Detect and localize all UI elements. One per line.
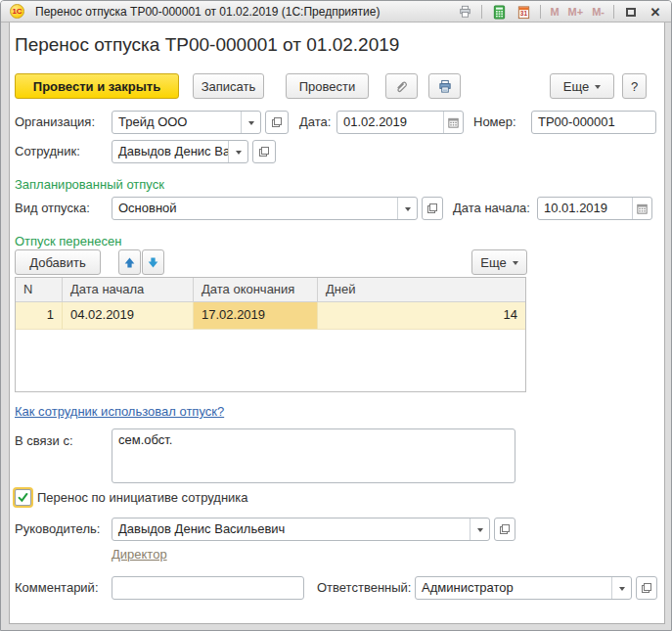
print-icon: [437, 79, 453, 94]
titlebar-separator: [613, 5, 614, 19]
add-row-button[interactable]: Добавить: [15, 249, 101, 275]
post-button[interactable]: Провести: [286, 73, 369, 99]
move-down-icon: [147, 256, 159, 269]
column-header-days[interactable]: Дней: [318, 278, 525, 301]
reason-textarea[interactable]: сем.обст.: [112, 428, 515, 483]
employee-field[interactable]: Давыдов Денис Васильевич: [112, 140, 248, 163]
initiative-checkbox-label[interactable]: Перенос по инициативе сотрудника: [37, 486, 248, 510]
planned-start-date-value: 10.01.2019: [538, 198, 632, 219]
comment-field[interactable]: [112, 576, 304, 600]
datepicker-icon[interactable]: [443, 112, 463, 133]
open-icon: [270, 115, 284, 129]
dropdown-icon[interactable]: [241, 112, 260, 133]
post-and-close-button[interactable]: Провести и закрыть: [15, 73, 179, 99]
memory-m-button[interactable]: M: [548, 6, 560, 18]
logo-text: 1С: [12, 8, 22, 16]
number-label: Номер:: [473, 111, 516, 134]
svg-text:31: 31: [520, 10, 528, 17]
more-button-top[interactable]: Еще: [550, 73, 614, 99]
cell-row-number[interactable]: 1: [16, 302, 63, 329]
memory-m-minus-button[interactable]: M-: [590, 6, 606, 18]
dropdown-icon[interactable]: [470, 518, 489, 540]
date-value: 01.02.2019: [337, 112, 443, 133]
column-header-n[interactable]: N: [16, 278, 63, 301]
date-label: Дата:: [299, 111, 331, 134]
help-button[interactable]: ?: [622, 73, 647, 99]
titlebar-icons: 31 M M+ M- ✕: [455, 1, 665, 23]
cell-end-date-selected[interactable]: 17.02.2019: [194, 302, 318, 329]
checkmark-icon: [17, 491, 29, 504]
planned-section-title: Запланированный отпуск: [15, 177, 164, 192]
manager-value: Давыдов Денис Васильевич: [112, 518, 470, 540]
responsible-value: Администратор: [416, 577, 611, 599]
open-icon: [640, 581, 653, 595]
transferred-table: N Дата начала Дата окончания Дней 1 04.0…: [15, 277, 526, 392]
calendar-31-icon[interactable]: 31: [514, 3, 533, 21]
more-button-label: Еще: [563, 79, 589, 94]
attach-button[interactable]: [385, 73, 418, 99]
write-button[interactable]: Записать: [193, 73, 264, 99]
open-icon: [257, 145, 271, 158]
responsible-label: Ответственный:: [317, 576, 411, 600]
number-field[interactable]: ТР00-000001: [531, 111, 656, 134]
responsible-field[interactable]: Администратор: [415, 576, 632, 600]
manager-open-button[interactable]: [494, 518, 515, 541]
cell-start-date[interactable]: 04.02.2019: [63, 302, 194, 329]
usage-link[interactable]: Как сотрудник использовал отпуск?: [15, 404, 224, 419]
maximize-icon[interactable]: [621, 3, 641, 21]
app-window: 1С Перенос отпуска ТР00-000001 от 01.02.…: [0, 0, 672, 631]
planned-start-date-label: Дата начала:: [453, 197, 530, 220]
vacation-type-open-button[interactable]: [422, 197, 443, 220]
paperclip-icon: [394, 79, 409, 94]
employee-open-button[interactable]: [252, 140, 276, 163]
memory-m-plus-button[interactable]: M+: [566, 6, 586, 18]
manager-field[interactable]: Давыдов Денис Васильевич: [112, 518, 490, 541]
titlebar-separator: [540, 5, 541, 19]
column-header-start-date[interactable]: Дата начала: [63, 278, 194, 301]
window-title: Перенос отпуска ТР00-000001 от 01.02.201…: [35, 5, 380, 19]
dropdown-icon[interactable]: [228, 141, 247, 162]
responsible-open-button[interactable]: [636, 576, 657, 600]
calculator-icon[interactable]: [489, 3, 509, 21]
dropdown-icon: [595, 85, 601, 92]
planned-start-date-field[interactable]: 10.01.2019: [537, 197, 652, 220]
manager-position-link[interactable]: Директор: [112, 547, 167, 562]
datepicker-icon[interactable]: [632, 198, 651, 219]
vacation-type-value: Основной: [112, 198, 397, 219]
column-header-end-date[interactable]: Дата окончания: [194, 278, 318, 301]
titlebar: 1С Перенос отпуска ТР00-000001 от 01.02.…: [1, 1, 671, 23]
dropdown-icon: [513, 261, 518, 268]
open-icon: [498, 522, 512, 536]
move-down-button[interactable]: [142, 249, 164, 275]
organization-field[interactable]: Трейд ООО: [112, 111, 261, 134]
print-button[interactable]: [428, 73, 461, 99]
table-header-row: N Дата начала Дата окончания Дней: [16, 278, 525, 302]
reason-label: В связи с:: [15, 429, 73, 453]
move-up-icon: [123, 256, 136, 269]
transferred-section-title: Отпуск перенесен: [15, 234, 121, 248]
page-title: Перенос отпуска ТР00-000001 от 01.02.201…: [15, 34, 399, 56]
1c-logo-icon: 1С: [10, 4, 24, 19]
date-field[interactable]: 01.02.2019: [336, 111, 464, 134]
manager-label: Руководитель:: [15, 518, 100, 541]
more-button-table[interactable]: Еще: [471, 249, 527, 275]
close-icon[interactable]: ✕: [646, 3, 665, 21]
cell-days[interactable]: 14: [318, 302, 525, 329]
vacation-type-field[interactable]: Основной: [112, 197, 418, 220]
move-up-button[interactable]: [118, 249, 141, 275]
comment-label: Комментарий:: [15, 576, 99, 600]
initiative-checkbox[interactable]: [15, 489, 31, 506]
vacation-type-label: Вид отпуска:: [15, 197, 90, 220]
dropdown-icon[interactable]: [611, 577, 631, 599]
employee-value: Давыдов Денис Васильевич: [112, 141, 228, 162]
organization-value: Трейд ООО: [112, 112, 241, 133]
organization-label: Организация:: [15, 111, 95, 134]
dropdown-icon[interactable]: [397, 198, 417, 219]
employee-label: Сотрудник:: [15, 140, 80, 163]
open-icon: [426, 202, 439, 215]
organization-open-button[interactable]: [265, 111, 289, 134]
titlebar-separator: [481, 5, 482, 19]
printer-icon[interactable]: [455, 3, 474, 21]
more-button-label: Еще: [480, 255, 506, 270]
table-row[interactable]: 1 04.02.2019 17.02.2019 14: [16, 302, 525, 330]
